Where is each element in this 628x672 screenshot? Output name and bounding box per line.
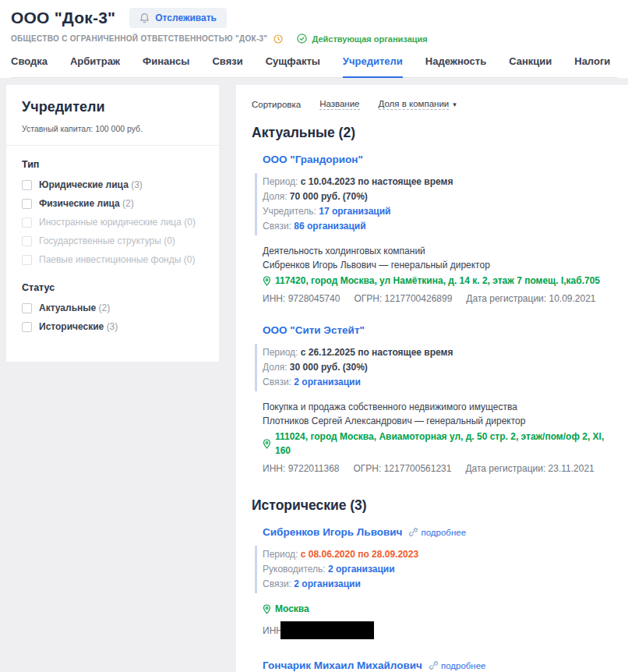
- address-line: Москва: [263, 602, 612, 616]
- registry-value: 9722011368: [288, 463, 340, 474]
- filter-item-label: Иностранные юридические лица: [39, 217, 182, 228]
- facts-block: Период: с 08.06.2020 по 28.09.2023Руково…: [255, 546, 612, 593]
- activity-line: Покупка и продажа собственного недвижимо…: [263, 400, 612, 414]
- founder-name-link[interactable]: ООО "Грандорион": [263, 154, 363, 165]
- fact-label: Период:: [263, 176, 298, 187]
- founder-card-head: Гончарик Михаил Михайловичподробнее: [263, 660, 612, 671]
- tab-3[interactable]: Связи: [212, 55, 242, 78]
- address-text: Москва: [275, 602, 309, 616]
- fact-value-link[interactable]: 2 организации: [328, 564, 395, 575]
- fact-row: Период: с 08.06.2020 по 28.09.2023: [263, 547, 612, 562]
- tab-4[interactable]: Сущфакты: [266, 55, 320, 78]
- checkbox-icon[interactable]: [22, 303, 32, 313]
- registry-label: ИНН:: [263, 293, 285, 304]
- check-circle-icon: [297, 34, 307, 44]
- founder-name-link[interactable]: Гончарик Михаил Михайлович: [263, 660, 422, 671]
- title-row: ООО "Док-3" Отслеживать: [11, 8, 617, 28]
- filter-item-0-2[interactable]: Иностранные юридические лица (0): [22, 217, 203, 228]
- filter-item-1-0[interactable]: Актуальные (2): [22, 302, 203, 313]
- filter-item-count: (2): [99, 302, 111, 313]
- founder-card: Гончарик Михаил МихайловичподробнееПерио…: [263, 660, 612, 672]
- filter-item-0-0[interactable]: Юридические лица (3): [22, 179, 203, 190]
- founder-name-link[interactable]: ООО "Сити Эстейт": [263, 324, 365, 336]
- tab-8[interactable]: Налоги: [574, 55, 610, 78]
- fact-label: Доля:: [263, 191, 288, 202]
- follow-button[interactable]: Отслеживать: [129, 8, 227, 28]
- checkbox-icon[interactable]: [22, 199, 32, 209]
- registry-value: 1217700426899: [385, 293, 453, 304]
- details-link[interactable]: подробнее: [409, 528, 466, 537]
- fact-value-link[interactable]: 2 организации: [294, 578, 361, 589]
- location-pin-icon: [263, 604, 271, 614]
- status-badge-label: Действующая организация: [312, 34, 427, 44]
- checkbox-icon[interactable]: [22, 180, 32, 190]
- filter-item-count: (0): [184, 217, 196, 228]
- filter-item-text: Паевые инвестиционные фонды (0): [39, 254, 195, 265]
- facts-block: Период: с 10.04.2023 по настоящее времяД…: [255, 173, 612, 235]
- checkbox-icon[interactable]: [22, 218, 32, 228]
- section-title: Исторические (3): [252, 497, 612, 514]
- tab-2[interactable]: Финансы: [143, 55, 189, 78]
- checkbox-icon[interactable]: [22, 322, 32, 332]
- sort-option-0[interactable]: Название: [319, 99, 359, 110]
- registry-label: ИНН:: [263, 463, 285, 474]
- registry-row: ИНН: 9722011368ОГРН: 1217700561231Дата р…: [263, 463, 612, 474]
- registry-label: ОГРН:: [354, 293, 382, 304]
- fact-row: Руководитель: 2 организации: [263, 562, 612, 577]
- address-text: 117420, город Москва, ул Намёткина, д. 1…: [275, 274, 600, 288]
- fact-value-link[interactable]: 17 организаций: [319, 206, 390, 217]
- activity-line: Деятельность холдинговых компаний: [263, 244, 612, 258]
- registry-item: ИНН: 9728045740: [263, 293, 340, 304]
- checkbox-icon[interactable]: [22, 236, 32, 246]
- sort-option-label: Доля в компании: [379, 99, 450, 110]
- tab-1[interactable]: Арбитраж: [70, 55, 120, 78]
- registry-label: ОГРН:: [354, 463, 382, 474]
- filter-item-0-1[interactable]: Физические лица (2): [22, 198, 203, 209]
- filter-item-0-4[interactable]: Паевые инвестиционные фонды (0): [22, 254, 203, 265]
- fact-value-link[interactable]: 86 организаций: [294, 221, 365, 232]
- page-title: ООО "Док-3": [11, 9, 115, 27]
- filter-item-0-3[interactable]: Государственные структуры (0): [22, 235, 203, 246]
- clock-icon: [273, 34, 283, 44]
- tab-0[interactable]: Сводка: [11, 55, 48, 78]
- founder-card: ООО "Грандорион"Период: с 10.04.2023 по …: [263, 154, 612, 304]
- filter-item-count: (0): [184, 254, 196, 265]
- filter-item-label: Юридические лица: [39, 179, 129, 190]
- filter-item-label: Физические лица: [39, 198, 120, 209]
- sidebar-divider: [6, 145, 219, 146]
- registry-item: ОГРН: 1217700426899: [354, 293, 452, 304]
- registry-item: ИНН: 9722011368: [263, 463, 340, 474]
- fact-value: с 26.12.2025 по настоящее время: [301, 347, 453, 358]
- link-icon: [429, 661, 438, 670]
- details-link[interactable]: подробнее: [429, 661, 486, 670]
- fact-row: Связи: 2 организации: [263, 577, 612, 592]
- fact-label: Связи:: [263, 221, 291, 232]
- filter-item-text: Исторические (3): [39, 321, 118, 332]
- fact-value-link[interactable]: 2 организации: [294, 377, 361, 387]
- redacted-block: [280, 621, 374, 639]
- tab-7[interactable]: Санкции: [509, 55, 552, 78]
- sort-option-1[interactable]: Доля в компании▾: [379, 99, 457, 110]
- fact-value: с 10.04.2023 по настоящее время: [301, 176, 453, 187]
- filter-item-1-1[interactable]: Исторические (3): [22, 321, 203, 332]
- filter-item-label: Паевые инвестиционные фонды: [39, 254, 181, 265]
- registry-value: 1217700561231: [384, 463, 452, 474]
- status-badge: Действующая организация: [297, 34, 427, 44]
- company-full-name: ОБЩЕСТВО С ОГРАНИЧЕННОЙ ОТВЕТСТВЕННОСТЬЮ…: [11, 34, 267, 43]
- tab-6[interactable]: Надежность: [425, 55, 486, 78]
- filters-sidebar: Учредители Уставный капитал: 100 000 руб…: [6, 85, 219, 362]
- registry-item: Дата регистрации: 23.11.2021: [465, 463, 594, 474]
- founder-name-link[interactable]: Сибренков Игорь Львович: [263, 526, 402, 538]
- fact-row: Доля: 30 000 руб. (30%): [263, 360, 612, 375]
- filter-group-title: Статус: [22, 282, 203, 293]
- fact-row: Учредитель: 17 организаций: [263, 204, 612, 219]
- details-link-label: подробнее: [441, 661, 486, 670]
- founder-card-head: ООО "Сити Эстейт": [263, 324, 612, 336]
- content: Учредители Уставный капитал: 100 000 руб…: [0, 78, 628, 672]
- tab-5[interactable]: Учредители: [343, 55, 403, 78]
- filter-item-text: Юридические лица (3): [39, 179, 143, 190]
- checkbox-icon[interactable]: [22, 255, 32, 265]
- address-line: 117420, город Москва, ул Намёткина, д. 1…: [263, 274, 612, 288]
- director-line: Сибренков Игорь Львович — генеральный ди…: [263, 258, 612, 272]
- filter-item-text: Государственные структуры (0): [39, 235, 175, 246]
